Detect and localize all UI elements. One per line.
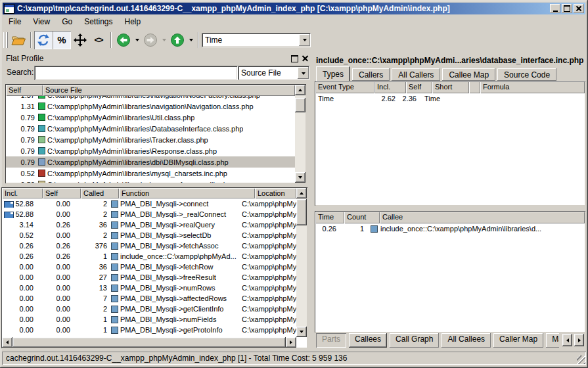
scroll-down-button[interactable] bbox=[295, 172, 305, 183]
table-row[interactable]: 0.79 C:\xampp\phpMyAdmin\libraries\Track… bbox=[6, 134, 295, 145]
dock-float-icon[interactable] bbox=[291, 55, 298, 62]
column-header-time[interactable]: Time bbox=[315, 212, 344, 223]
column-header-short[interactable]: Short bbox=[432, 81, 469, 93]
title-bar[interactable]: C:\xampp\tmp\cachegrind.out.1416463299-C… bbox=[3, 3, 585, 14]
column-header-incl[interactable]: Incl. bbox=[374, 81, 406, 93]
incl-cost-cell: 0.00 bbox=[2, 294, 37, 302]
table-row[interactable]: 0.26 0.26 376 PMA_DBI_Mysqli->fetchAssoc… bbox=[2, 241, 296, 251]
menu-item[interactable]: File bbox=[3, 16, 27, 28]
detail-tab[interactable]: Callee Map bbox=[442, 68, 495, 81]
table-row[interactable]: 0.00 0.00 7 PMA_DBI_Mysqli->affectedRows… bbox=[2, 293, 296, 304]
file-icon bbox=[38, 114, 45, 121]
resize-grip[interactable] bbox=[577, 356, 585, 364]
table-row[interactable]: 0.00 0.00 13 PMA_DBI_Mysqli->numRows C:\… bbox=[2, 283, 296, 293]
tab-scroll-right-button[interactable] bbox=[574, 334, 584, 346]
column-header-formula[interactable]: Formula bbox=[480, 81, 585, 93]
column-header-function[interactable]: Function bbox=[119, 188, 255, 198]
detail-tab[interactable]: Source Code bbox=[497, 68, 556, 81]
dock-close-icon[interactable] bbox=[302, 55, 308, 61]
scroll-right-button[interactable] bbox=[286, 337, 296, 348]
column-header-callee[interactable]: Callee bbox=[380, 212, 585, 223]
up-button[interactable] bbox=[168, 31, 187, 49]
column-header-called[interactable]: Called bbox=[81, 188, 119, 198]
table-row[interactable]: 0.79 C:\xampp\phpMyAdmin\libraries\Util.… bbox=[6, 112, 295, 123]
table-row[interactable]: 0.26 0.26 1 include_once::C:\xampp\phpMy… bbox=[2, 251, 296, 262]
table-row[interactable]: 0.00 0.00 1 PMA_DBI_Mysqli->getProtoInfo… bbox=[2, 325, 296, 335]
menu-item[interactable]: Settings bbox=[78, 16, 118, 28]
flat-profile-dock-title[interactable]: Flat Profile bbox=[3, 53, 312, 64]
bottom-tab[interactable]: Call Graph bbox=[390, 333, 439, 348]
scrollbar-thumb[interactable] bbox=[296, 199, 307, 225]
table-row[interactable]: 0.00 0.00 2 PMA_DBI_Mysqli->getClientInf… bbox=[2, 304, 296, 314]
event-type-combobox[interactable]: Time bbox=[202, 33, 311, 47]
back-button[interactable] bbox=[114, 31, 133, 49]
table-row[interactable]: 1.37 C:\xampp\phpMyAdmin\libraries\navig… bbox=[6, 96, 295, 101]
dock-layout-button[interactable] bbox=[71, 31, 89, 49]
search-input[interactable] bbox=[34, 66, 238, 80]
table-row[interactable]: 0.52 C:\xampp\phpMyAdmin\libraries\user_… bbox=[6, 179, 295, 183]
detail-tab[interactable]: All Callers bbox=[392, 68, 440, 81]
table-row[interactable]: 0.79 C:\xampp\phpMyAdmin\libraries\Datab… bbox=[6, 123, 295, 134]
percent-toggle-button[interactable]: % bbox=[53, 31, 71, 49]
table-row[interactable]: 0.52 C:\xampp\phpMyAdmin\libraries\mysql… bbox=[6, 168, 295, 179]
forward-dropdown[interactable] bbox=[160, 31, 168, 49]
bottom-tab[interactable]: Machine bbox=[546, 333, 559, 348]
column-header-incl[interactable]: Incl. bbox=[2, 188, 43, 198]
column-header-count[interactable]: Count bbox=[344, 212, 380, 223]
incl-cost-cell: 52.88 bbox=[2, 210, 37, 218]
open-file-button[interactable] bbox=[9, 31, 28, 49]
menu-item[interactable]: Go bbox=[56, 16, 78, 28]
scrollbar-thumb[interactable] bbox=[295, 98, 305, 112]
reload-button[interactable] bbox=[34, 31, 53, 49]
column-header-location[interactable]: Location bbox=[255, 188, 296, 198]
back-dropdown[interactable] bbox=[133, 31, 141, 49]
table-row[interactable]: 3.14 0.26 36 PMA_DBI_Mysqli->realQuery C… bbox=[2, 219, 296, 230]
table-row[interactable]: 52.88 0.00 2 PMA_DBI_Mysqli->_realConnec… bbox=[2, 209, 296, 219]
table-row[interactable]: 0.52 0.00 2 PMA_DBI_Mysqli->selectDb C:\… bbox=[2, 230, 296, 241]
table-row[interactable]: 52.88 0.00 2 PMA_DBI_Mysqli->connect C:\… bbox=[2, 198, 296, 209]
menu-item[interactable]: View bbox=[27, 16, 56, 28]
self-cost-cell: 0.00 bbox=[37, 315, 74, 323]
table-row[interactable]: 0.00 0.00 27 PMA_DBI_Mysqli->freeResult … bbox=[2, 272, 296, 283]
grouping-value: Source File bbox=[241, 68, 298, 78]
bottom-tab[interactable]: Caller Map bbox=[493, 333, 543, 348]
table-row[interactable]: 0.79 C:\xampp\phpMyAdmin\libraries\Respo… bbox=[6, 145, 295, 156]
combo-dropdown-button[interactable] bbox=[299, 34, 310, 46]
column-header-self[interactable]: Self bbox=[406, 81, 432, 93]
table-row[interactable]: 0.26 1 include_once::C:\xampp\phpMyAdmin… bbox=[315, 223, 585, 234]
minimize-button[interactable] bbox=[550, 4, 560, 13]
table-row[interactable]: 1.31 C:\xampp\phpMyAdmin\libraries\navig… bbox=[6, 101, 295, 112]
scroll-up-button[interactable] bbox=[295, 85, 305, 95]
close-button[interactable] bbox=[574, 4, 584, 13]
table-row[interactable]: 0.00 0.00 1 PMA_DBI_Mysqli->numFields C:… bbox=[2, 314, 296, 325]
tab-scroll-left-button[interactable] bbox=[562, 334, 572, 346]
bottom-tab[interactable]: Callees bbox=[349, 333, 387, 348]
combo-dropdown-button[interactable] bbox=[298, 67, 309, 79]
up-dropdown[interactable] bbox=[187, 31, 195, 49]
scrollbar-thumb[interactable] bbox=[12, 337, 286, 348]
bottom-tab[interactable]: Parts bbox=[316, 333, 346, 348]
function-list-vscrollbar[interactable] bbox=[296, 188, 307, 337]
function-list-hscrollbar[interactable] bbox=[2, 337, 296, 348]
scroll-up-button[interactable] bbox=[296, 188, 307, 198]
grouping-combobox[interactable]: Source File bbox=[238, 66, 309, 80]
toolbar-grip[interactable] bbox=[3, 32, 8, 48]
scroll-down-button[interactable] bbox=[296, 327, 307, 337]
bottom-tab[interactable]: All Callees bbox=[441, 333, 491, 348]
column-header-source-file[interactable]: Source File bbox=[43, 85, 295, 96]
table-row[interactable]: Time 2.62 2.36 Time bbox=[315, 93, 585, 104]
relative-cost-button[interactable]: <> bbox=[89, 31, 108, 49]
file-list-scrollbar[interactable] bbox=[295, 85, 305, 183]
detail-tab[interactable]: Types bbox=[316, 66, 350, 81]
maximize-button[interactable] bbox=[562, 4, 572, 13]
scroll-left-button[interactable] bbox=[2, 337, 12, 348]
table-row[interactable]: 0.00 0.00 36 PMA_DBI_Mysqli->fetchRow C:… bbox=[2, 262, 296, 272]
detail-tab[interactable]: Callers bbox=[352, 68, 390, 81]
column-header-event-type[interactable]: Event Type bbox=[315, 81, 374, 93]
incl-cost-cell: 0.00 bbox=[2, 263, 37, 271]
menu-item[interactable]: Help bbox=[119, 16, 147, 28]
column-header-self[interactable]: Self bbox=[43, 188, 81, 198]
table-row[interactable]: 0.79 C:\xampp\phpMyAdmin\libraries\dbi\D… bbox=[6, 156, 295, 168]
forward-button[interactable] bbox=[141, 31, 160, 49]
column-header-self[interactable]: Self bbox=[6, 85, 43, 96]
